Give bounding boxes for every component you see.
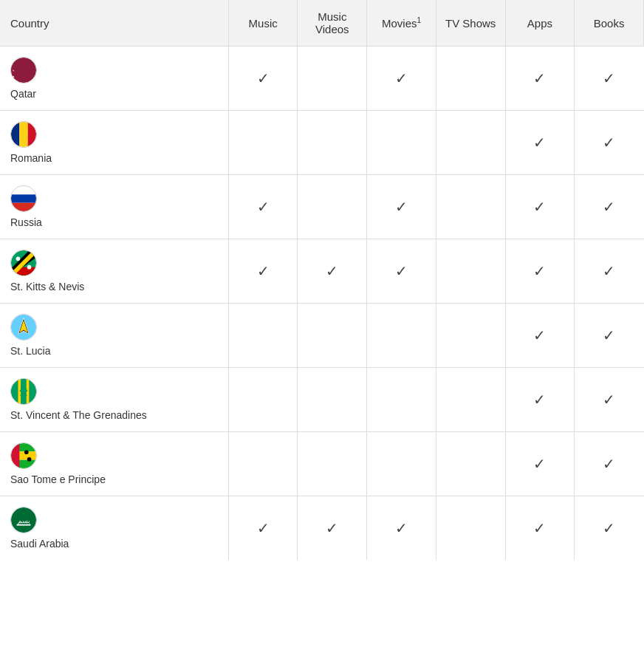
flag-icon xyxy=(10,250,37,276)
svg-rect-7 xyxy=(11,194,36,202)
country-name: Saudi Arabia xyxy=(10,538,69,550)
checkmark-icon xyxy=(603,390,615,408)
header-tv-shows: TV Shows xyxy=(436,0,505,47)
checkmark-icon xyxy=(603,454,615,473)
table-row: Russia xyxy=(0,175,644,239)
country-cell: St. Kitts & Nevis xyxy=(0,239,228,304)
header-music: Music xyxy=(228,0,298,47)
checkmark-icon xyxy=(603,519,615,537)
country-cell: Qatar xyxy=(0,47,228,111)
cell-books xyxy=(575,239,644,304)
cell-apps xyxy=(505,304,575,368)
checkmark-icon xyxy=(603,326,615,344)
checkmark-icon xyxy=(395,261,408,280)
checkmark-icon xyxy=(326,261,338,280)
svg-rect-2 xyxy=(11,122,19,147)
country-name: Russia xyxy=(10,216,42,228)
checkmark-icon xyxy=(533,326,546,344)
svg-rect-41 xyxy=(17,524,31,526)
svg-point-15 xyxy=(16,257,21,261)
checkmark-icon xyxy=(533,519,546,537)
cell-music_videos xyxy=(298,111,367,175)
cell-books xyxy=(575,496,644,561)
flag-icon: بسم xyxy=(10,507,37,533)
checkmark-icon xyxy=(533,390,546,408)
cell-music xyxy=(228,304,298,368)
svg-rect-8 xyxy=(11,203,36,211)
cell-tv_shows xyxy=(436,47,505,111)
checkmark-icon xyxy=(533,261,546,280)
cell-movies xyxy=(367,175,436,239)
cell-books xyxy=(575,304,644,368)
checkmark-icon xyxy=(395,69,408,87)
availability-table: Country Music Music Videos Movies1 TV Sh… xyxy=(0,0,644,560)
svg-text:بسم: بسم xyxy=(18,517,30,525)
table-row: بسم Saudi Arabia xyxy=(0,496,644,561)
cell-music_videos xyxy=(298,496,367,561)
svg-rect-4 xyxy=(28,122,36,147)
cell-apps xyxy=(505,47,575,111)
country-name: Qatar xyxy=(10,88,36,100)
checkmark-icon xyxy=(395,197,408,216)
table-row: St. Lucia xyxy=(0,304,644,368)
svg-rect-6 xyxy=(11,186,36,194)
country-cell: St. Vincent & The Grenadines xyxy=(0,368,228,432)
cell-music xyxy=(228,175,298,239)
flag-icon xyxy=(10,57,37,83)
svg-rect-36 xyxy=(11,443,19,468)
svg-point-16 xyxy=(27,265,32,270)
cell-books xyxy=(575,47,644,111)
checkmark-icon xyxy=(257,69,270,87)
cell-music xyxy=(228,111,298,175)
country-cell: Sao Tome e Principe xyxy=(0,432,228,496)
flag-icon xyxy=(10,185,37,212)
checkmark-icon xyxy=(533,197,546,216)
flag-icon xyxy=(10,314,37,341)
checkmark-icon xyxy=(603,133,615,151)
checkmark-icon xyxy=(603,69,615,87)
cell-music xyxy=(228,368,298,432)
country-name: St. Vincent & The Grenadines xyxy=(10,409,147,421)
cell-apps xyxy=(505,239,575,304)
cell-movies xyxy=(367,47,436,111)
header-books: Books xyxy=(575,0,644,47)
table-row: Sao Tome e Principe xyxy=(0,432,644,496)
svg-rect-27 xyxy=(30,379,36,404)
checkmark-icon xyxy=(533,454,546,473)
cell-music_videos xyxy=(298,47,367,111)
svg-point-38 xyxy=(27,457,32,462)
country-name: Romania xyxy=(10,152,52,164)
cell-tv_shows xyxy=(436,432,505,496)
cell-movies xyxy=(367,496,436,561)
cell-music_videos xyxy=(298,368,367,432)
country-cell: Russia xyxy=(0,175,228,239)
checkmark-icon xyxy=(533,133,546,151)
table-header-row: Country Music Music Videos Movies1 TV Sh… xyxy=(0,0,644,47)
checkmark-icon xyxy=(326,519,338,537)
cell-movies xyxy=(367,304,436,368)
cell-books xyxy=(575,432,644,496)
cell-tv_shows xyxy=(436,175,505,239)
country-cell: St. Lucia xyxy=(0,304,228,368)
cell-tv_shows xyxy=(436,304,505,368)
flag-icon xyxy=(10,442,37,469)
cell-movies xyxy=(367,111,436,175)
country-name: Sao Tome e Principe xyxy=(10,473,106,485)
table-row: St. Vincent & The Grenadines xyxy=(0,368,644,432)
header-apps: Apps xyxy=(505,0,575,47)
checkmark-icon xyxy=(395,519,408,537)
cell-apps xyxy=(505,432,575,496)
checkmark-icon xyxy=(257,519,270,537)
cell-tv_shows xyxy=(436,368,505,432)
checkmark-icon xyxy=(257,261,270,280)
header-movies: Movies1 xyxy=(367,0,436,47)
country-name: St. Kitts & Nevis xyxy=(10,281,84,292)
cell-tv_shows xyxy=(436,496,505,561)
cell-movies xyxy=(367,368,436,432)
country-name: St. Lucia xyxy=(10,345,50,357)
svg-point-37 xyxy=(24,450,29,454)
country-cell: بسم Saudi Arabia xyxy=(0,496,228,561)
cell-music xyxy=(228,496,298,561)
checkmark-icon xyxy=(257,197,270,216)
cell-books xyxy=(575,111,644,175)
